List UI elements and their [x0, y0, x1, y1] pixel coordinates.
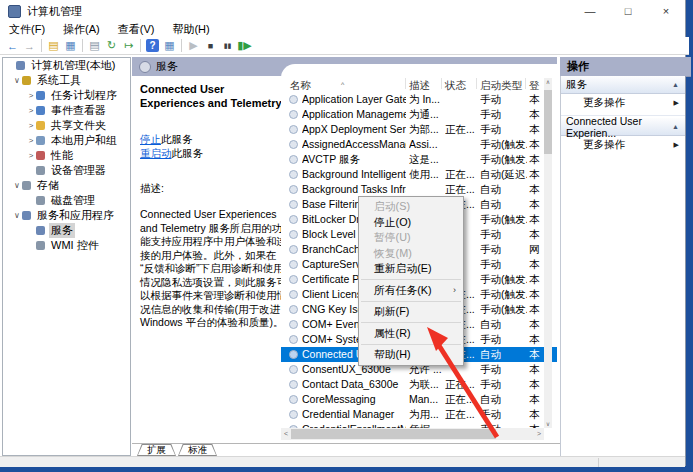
- scroll-up-icon[interactable]: ∧: [544, 78, 552, 86]
- toolbar-button[interactable]: →: [21, 38, 38, 53]
- toolbar-button[interactable]: ?: [146, 39, 159, 52]
- context-menu-item[interactable]: 启动(S): [359, 199, 463, 215]
- column-header-description[interactable]: 描述: [409, 78, 430, 92]
- scroll-right-icon[interactable]: >: [534, 428, 544, 440]
- column-divider[interactable]: [441, 78, 442, 89]
- expand-chevron-icon[interactable]: >: [26, 103, 36, 118]
- tree-item[interactable]: ∨ 服务和应用程序: [3, 208, 130, 223]
- service-logon-cell: 本: [529, 182, 544, 197]
- actions-section-services[interactable]: 服务 ▲: [561, 76, 685, 94]
- expand-chevron-icon[interactable]: >: [26, 148, 36, 163]
- vertical-scroll-thumb[interactable]: [544, 90, 552, 154]
- horizontal-scroll-thumb[interactable]: [291, 429, 496, 439]
- expand-chevron-icon[interactable]: ∨: [12, 208, 22, 223]
- menu-item[interactable]: 文件(F): [0, 22, 54, 37]
- tree-item-label: 计算机管理(本地): [29, 58, 117, 73]
- context-menu-item[interactable]: 重新启动(E): [359, 261, 463, 277]
- tree-item[interactable]: > 性能: [3, 148, 130, 163]
- expand-chevron-icon[interactable]: ∨: [12, 178, 22, 193]
- collapse-icon[interactable]: ▲: [672, 123, 679, 130]
- vertical-scrollbar[interactable]: ∧ ∨: [544, 78, 552, 428]
- expand-chevron-icon[interactable]: >: [26, 88, 36, 103]
- service-row[interactable]: AssignedAccessManager... Assi... 手动(触发..…: [281, 137, 557, 152]
- toolbar-button[interactable]: ▮▮: [219, 38, 236, 53]
- column-header-status[interactable]: 状态: [445, 78, 466, 92]
- service-row[interactable]: Application Management 为通... 手动 本: [281, 107, 557, 122]
- tree-item[interactable]: > 事件查看器: [3, 103, 130, 118]
- horizontal-scrollbar[interactable]: < >: [281, 428, 544, 440]
- service-description-cell: 使用...: [409, 167, 443, 182]
- toolbar-button[interactable]: [140, 39, 141, 52]
- column-divider[interactable]: [525, 78, 526, 89]
- service-row[interactable]: CoreMessaging Man... 正在... 自动 本: [281, 392, 557, 407]
- service-row[interactable]: Application Layer Gatewa... 为 In... 手动 本: [281, 92, 557, 107]
- restart-service-link[interactable]: 重启动: [140, 147, 172, 159]
- tree-item[interactable]: ∨ 系统工具: [3, 73, 130, 88]
- tree-item[interactable]: 服务: [3, 223, 130, 238]
- service-row[interactable]: Contact Data_6300e 为联... 正在... 手动 本: [281, 377, 557, 392]
- toolbar-button[interactable]: ▤: [45, 38, 62, 53]
- scroll-down-icon[interactable]: ∨: [544, 420, 552, 428]
- tree-item[interactable]: > 共享文件夹: [3, 118, 130, 133]
- toolbar-button[interactable]: ▦: [161, 38, 178, 53]
- tree-item[interactable]: ∨ 存储: [3, 178, 130, 193]
- tree-item[interactable]: 计算机管理(本地): [3, 58, 130, 73]
- column-divider[interactable]: [476, 78, 477, 89]
- column-header-name[interactable]: 名称: [290, 78, 311, 92]
- close-button[interactable]: ×: [647, 0, 685, 22]
- toolbar-button[interactable]: ■: [202, 38, 219, 53]
- context-menu-item[interactable]: 暂停(U): [359, 230, 463, 246]
- service-row[interactable]: Credential Manager 为用... 正在... 手动 本: [281, 407, 557, 422]
- column-header-logon-as[interactable]: 登: [529, 78, 540, 92]
- service-row[interactable]: Background Tasks Infras... 正在... 自动 本: [281, 182, 557, 197]
- toolbar-button[interactable]: ▮▶: [236, 38, 253, 53]
- context-menu-item[interactable]: 刷新(F): [359, 304, 463, 320]
- toolbar-button[interactable]: ▦: [62, 38, 79, 53]
- tree-item[interactable]: 设备管理器: [3, 163, 130, 178]
- toolbar-button[interactable]: [82, 39, 83, 52]
- menu-item[interactable]: 帮助(H): [163, 22, 218, 37]
- menu-item[interactable]: 查看(V): [109, 22, 164, 37]
- expand-chevron-icon[interactable]: ∨: [12, 73, 22, 88]
- toolbar-button[interactable]: ↻: [103, 38, 120, 53]
- maximize-button[interactable]: □: [609, 0, 647, 22]
- context-menu-item[interactable]: [361, 279, 461, 280]
- service-row[interactable]: Background Intelligent T... 使用... 正在... …: [281, 167, 557, 182]
- toolbar-button[interactable]: [181, 39, 182, 52]
- context-menu-item[interactable]: [361, 344, 461, 345]
- tree-item[interactable]: 磁盘管理: [3, 193, 130, 208]
- view-tab[interactable]: 扩展: [137, 444, 176, 456]
- tree-item[interactable]: > 本地用户和组: [3, 133, 130, 148]
- context-menu-item[interactable]: 帮助(H): [359, 347, 463, 363]
- minimize-button[interactable]: —: [571, 0, 609, 22]
- context-menu-item[interactable]: 恢复(M): [359, 246, 463, 262]
- expand-chevron-icon[interactable]: >: [26, 133, 36, 148]
- context-menu-item[interactable]: [361, 301, 461, 302]
- column-header-startup-type[interactable]: 启动类型: [480, 78, 522, 92]
- menu-item[interactable]: 操作(A): [54, 22, 109, 37]
- toolbar-button[interactable]: [41, 39, 42, 52]
- more-actions-item[interactable]: 更多操作 ▶: [561, 94, 685, 111]
- scroll-left-icon[interactable]: <: [281, 428, 291, 440]
- more-actions-item[interactable]: 更多操作 ▶: [561, 136, 685, 153]
- expand-chevron-icon[interactable]: >: [26, 118, 36, 133]
- tree-item[interactable]: WMI 控件: [3, 238, 130, 253]
- context-menu-item[interactable]: 停止(O): [359, 215, 463, 231]
- context-menu-item[interactable]: [361, 322, 461, 323]
- service-row[interactable]: AVCTP 服务 这是... 手动(触发... 本: [281, 152, 557, 167]
- column-divider[interactable]: [405, 78, 406, 89]
- stop-service-link[interactable]: 停止: [140, 133, 161, 145]
- collapse-icon[interactable]: ▲: [672, 81, 679, 88]
- toolbar-button[interactable]: ↦: [120, 38, 137, 53]
- toolbar-button[interactable]: ▶: [185, 38, 202, 53]
- tree-item-icon: [36, 241, 45, 250]
- toolbar-button[interactable]: ←: [4, 38, 21, 53]
- actions-section-selected-service[interactable]: Connected User Experien... ▲: [561, 118, 685, 136]
- context-menu-item[interactable]: 所有任务(K) ›: [359, 283, 463, 299]
- service-logon-cell: 本: [529, 332, 544, 347]
- service-row[interactable]: AppX Deployment Servic... 为部... 正在... 手动…: [281, 122, 557, 137]
- context-menu-item[interactable]: 属性(R): [359, 326, 463, 342]
- tree-item[interactable]: > 任务计划程序: [3, 88, 130, 103]
- view-tab[interactable]: 标准: [178, 444, 217, 456]
- toolbar-button[interactable]: ▤: [86, 38, 103, 53]
